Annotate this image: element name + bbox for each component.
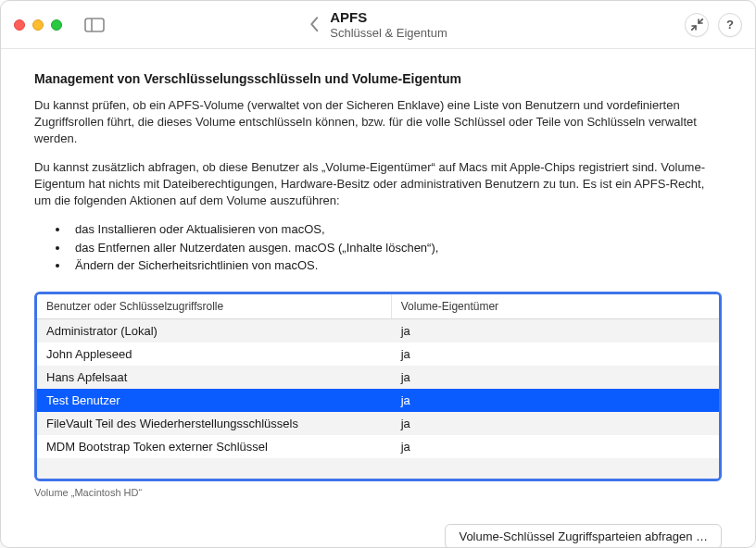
footer-buttons: Volume-Schlüssel Zugriffsparteien abfrag… [34,524,722,547]
column-header-owner[interactable]: Volume-Eigentümer [392,294,719,318]
cell-user: Test Benutzer [37,389,392,412]
table-row[interactable]: Hans Apfelsaatja [37,366,719,389]
page-subtitle: Schlüssel & Eigentum [330,26,447,41]
cell-user: MDM Bootstrap Token externer Schlüssel [37,435,392,458]
cell-owner: ja [392,412,719,435]
cell-owner: ja [392,435,719,458]
users-table[interactable]: Benutzer oder Schlüsselzugriffsrolle Vol… [34,292,722,481]
intro-paragraph-1: Du kannst prüfen, ob ein APFS-Volume (ve… [34,97,722,148]
table-body: Administrator (Lokal)jaJohn AppleseedjaH… [37,319,719,479]
page-title: APFS [330,9,447,26]
cell-user: John Appleseed [37,342,392,366]
sidebar-icon [84,18,105,32]
query-access-parties-button[interactable]: Volume-Schlüssel Zugriffsparteien abfrag… [445,524,722,547]
titlebar: APFS Schlüssel & Eigentum ? [1,1,755,49]
svg-rect-0 [85,19,104,31]
question-mark-icon: ? [726,18,734,31]
cell-user: Administrator (Lokal) [37,319,392,342]
table-row[interactable]: MDM Bootstrap Token externer Schlüsselja [37,435,719,458]
sidebar-toggle-button[interactable] [84,18,105,32]
table-row[interactable]: Test Benutzerja [37,389,719,412]
collapse-arrows-icon [691,19,703,31]
chevron-left-icon [309,17,319,33]
fullscreen-window-button[interactable] [51,19,62,31]
table-header: Benutzer oder Schlüsselzugriffsrolle Vol… [37,294,719,319]
cell-owner: ja [392,342,719,366]
close-window-button[interactable] [14,19,25,31]
window-controls [14,19,62,31]
content: Management von Verschlüsselungsschlüssel… [1,49,755,547]
volume-caption: Volume „Macintosh HD“ [34,487,722,498]
collapse-window-button[interactable] [685,13,709,37]
window: APFS Schlüssel & Eigentum ? Management v… [0,0,756,548]
title-area: APFS Schlüssel & Eigentum [309,9,447,41]
table-row[interactable]: FileVault Teil des Wiederherstellungssch… [37,412,719,435]
bullet-list: das Installieren oder Aktualisieren von … [66,220,722,275]
bullet-item: Ändern der Sicherheitsrichtlinien von ma… [69,256,722,275]
cell-owner: ja [392,319,719,342]
cell-user: Hans Apfelsaat [37,366,392,389]
intro-paragraph-2: Du kannst zusätzlich abfragen, ob diese … [34,159,722,210]
cell-user: FileVault Teil des Wiederherstellungssch… [37,412,392,435]
table-row-empty [37,458,719,479]
table-row[interactable]: John Appleseedja [37,342,719,366]
bullet-item: das Installieren oder Aktualisieren von … [69,220,722,239]
section-heading: Management von Verschlüsselungsschlüssel… [34,71,722,86]
table-row[interactable]: Administrator (Lokal)ja [37,319,719,342]
cell-owner: ja [392,366,719,389]
back-button[interactable] [309,17,319,33]
help-button[interactable]: ? [718,13,742,37]
cell-owner: ja [392,389,719,412]
minimize-window-button[interactable] [32,19,44,31]
column-header-user[interactable]: Benutzer oder Schlüsselzugriffsrolle [37,294,392,318]
bullet-item: das Entfernen aller Nutzerdaten ausgen. … [69,239,722,257]
